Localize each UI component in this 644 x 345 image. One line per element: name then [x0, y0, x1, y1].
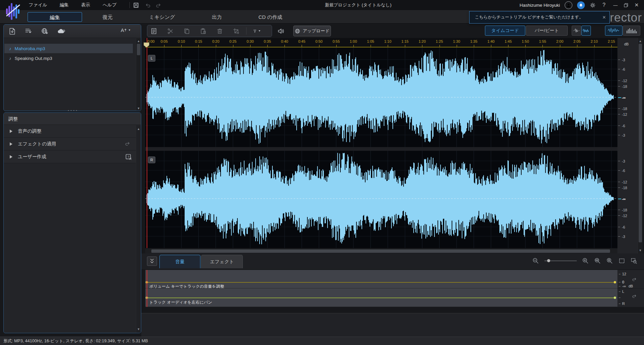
scroll-up-icon[interactable]: ▲ [137, 39, 140, 43]
notification-bell-icon[interactable] [577, 1, 585, 9]
collapse-tracks-button[interactable] [147, 256, 157, 266]
reset-volume-icon[interactable] [632, 277, 637, 282]
db-tick [618, 126, 620, 126]
playhead-line[interactable] [147, 38, 147, 248]
minimize-icon[interactable]: — [612, 3, 619, 8]
audio-note-icon: ♪ [9, 56, 11, 61]
scroll-up-icon[interactable]: ▲ [639, 39, 642, 43]
panel-splitter[interactable] [61, 109, 84, 112]
speaker-icon[interactable] [277, 27, 285, 35]
volume-keyframe-end[interactable] [614, 281, 616, 283]
delete-trash-icon[interactable] [216, 28, 223, 35]
save-icon[interactable] [133, 2, 139, 8]
playhead-line-tracks [147, 270, 147, 307]
fit-waveform-button[interactable] [572, 26, 581, 36]
help-icon[interactable]: ? [601, 2, 607, 8]
volume-scale-label: 12 [622, 272, 626, 276]
library-scrollbar[interactable]: ▲ ▼ [136, 38, 141, 111]
scrollbar-thumb[interactable] [137, 44, 140, 55]
properties-icon[interactable] [150, 28, 157, 35]
restore-icon[interactable] [623, 3, 629, 8]
tab-restore[interactable]: 復元 [84, 12, 131, 22]
redo-icon[interactable] [155, 2, 162, 8]
marker-icon[interactable] [253, 28, 260, 34]
db-scale-label: -12 [622, 214, 627, 218]
close-icon[interactable]: ✕ [633, 2, 640, 8]
zoom-selection-icon[interactable] [594, 257, 601, 264]
settings-gear-icon[interactable] [590, 2, 596, 8]
bar-beat-toggle[interactable]: バー/ビート [526, 26, 568, 36]
waveform-display[interactable] [145, 47, 617, 248]
db-scale-label: -3 [622, 58, 625, 62]
fit-project-icon[interactable] [618, 257, 625, 264]
create-preset-icon[interactable]: ? [125, 153, 132, 161]
copy-icon[interactable] [183, 28, 190, 35]
trim-icon[interactable] [232, 28, 240, 35]
zoom-in-icon[interactable] [582, 257, 589, 264]
user-zone: Hashizume Hiroyuki ? — ✕ [520, 0, 640, 10]
expand-arrow-icon[interactable] [10, 155, 12, 159]
upload-button[interactable]: アップロード [293, 26, 331, 36]
import-playlist-icon[interactable] [25, 27, 33, 35]
tab-volume[interactable]: 音量 [159, 255, 200, 268]
text-size-dropdown[interactable]: A▼ [121, 27, 131, 33]
tab-produce[interactable]: 出力 [192, 12, 241, 22]
zoom-region-icon[interactable] [631, 257, 637, 264]
tooltip-close-icon[interactable]: ✕ [600, 15, 606, 20]
volume-track[interactable]: ボリューム キーでトラックの音量を調整 [145, 270, 617, 288]
timecode-toggle[interactable]: タイムコード [485, 26, 525, 36]
adjust-item-user-created[interactable]: ユーザー作成? [4, 150, 141, 163]
pan-track[interactable]: トラック オーディオを左右にパン [145, 288, 617, 307]
download-audio-icon[interactable] [41, 27, 49, 35]
stretch-waveform-button[interactable] [581, 26, 591, 36]
timeline-ruler[interactable]: 0:000:050:100:150:200:250:300:350:400:45… [145, 38, 617, 47]
cloud-icon[interactable] [57, 27, 66, 35]
import-file-icon[interactable] [8, 27, 16, 35]
tab-effect[interactable]: エフェクト [201, 255, 243, 268]
menu-view[interactable]: 表示 [81, 2, 90, 8]
adjust-item-audio-adjust[interactable]: 音声の調整 [4, 125, 141, 138]
tab-edit[interactable]: 編集 [28, 12, 82, 22]
reset-pan-icon[interactable] [632, 294, 637, 299]
spectral-view-button[interactable] [623, 26, 640, 36]
user-name[interactable]: Hashizume Hiroyuki [520, 3, 560, 8]
tab-mixing[interactable]: ミキシング [135, 12, 190, 22]
paste-icon[interactable] [199, 28, 207, 35]
ruler-time-label: 1:45 [504, 39, 512, 43]
menu-edit[interactable]: 編集 [60, 2, 69, 8]
right-channel-label: R [148, 157, 155, 163]
adjust-scrollbar[interactable]: ▲ ▼ [136, 125, 141, 333]
menu-file[interactable]: ファイル [29, 2, 47, 8]
zoom-slider-handle[interactable] [547, 259, 550, 262]
account-icon[interactable] [565, 1, 572, 9]
hscroll-thumb[interactable] [151, 249, 610, 253]
zoom-vertical-icon[interactable] [606, 257, 613, 264]
adjust-item-apply-effect[interactable]: エフェクトの適用 [4, 138, 141, 150]
expand-arrow-icon[interactable] [10, 142, 12, 146]
file-item[interactable]: ♪Mahoroba.mp3 [4, 44, 133, 53]
tab-cd[interactable]: CD の作成 [243, 12, 298, 22]
zoom-out-icon[interactable] [532, 257, 539, 264]
scroll-down-icon[interactable]: ▼ [639, 249, 642, 252]
zoom-controls [532, 257, 637, 264]
menu-help[interactable]: ヘルプ [103, 2, 116, 8]
pan-keyframe-end[interactable] [614, 297, 616, 299]
volume-keyframe-line[interactable] [147, 282, 615, 283]
upload-label: アップロード [303, 28, 330, 34]
scrollbar-thumb[interactable] [639, 44, 642, 242]
waveform-vscrollbar[interactable]: ▲ ▼ [638, 38, 643, 253]
zoom-slider[interactable] [544, 261, 577, 261]
undo-icon[interactable] [145, 2, 151, 8]
cut-scissors-icon[interactable] [166, 28, 174, 35]
ruler-time-label: 0:40 [281, 39, 288, 43]
scroll-up-icon[interactable]: ▲ [137, 127, 140, 131]
undo-effect-icon[interactable] [124, 141, 131, 147]
ruler-time-label: 1:15 [402, 39, 409, 43]
scroll-down-icon[interactable]: ▼ [137, 327, 140, 331]
file-item[interactable]: ♪Speaking Out.mp3 [4, 54, 133, 63]
pan-keyframe-line[interactable] [147, 298, 615, 298]
scroll-down-icon[interactable]: ▼ [137, 107, 140, 110]
expand-arrow-icon[interactable] [10, 130, 12, 133]
db-tick [618, 215, 620, 216]
waveform-view-button[interactable] [605, 26, 622, 36]
